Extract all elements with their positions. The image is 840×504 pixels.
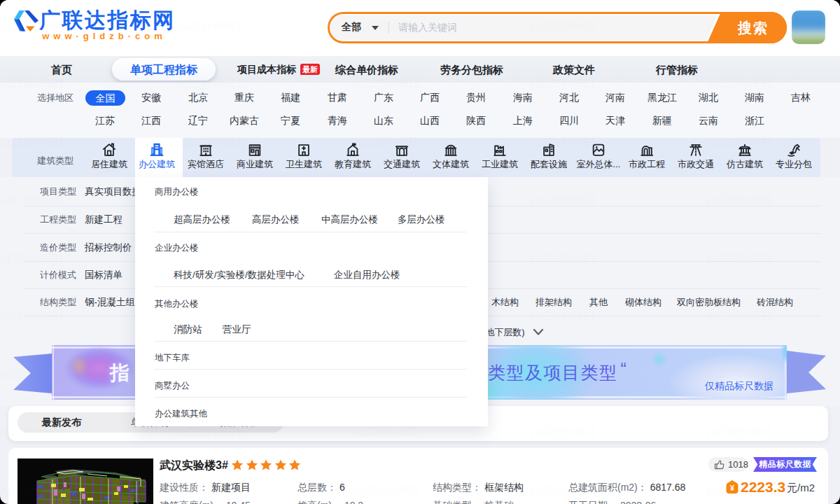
svg-text:¥: ¥ <box>730 484 735 492</box>
